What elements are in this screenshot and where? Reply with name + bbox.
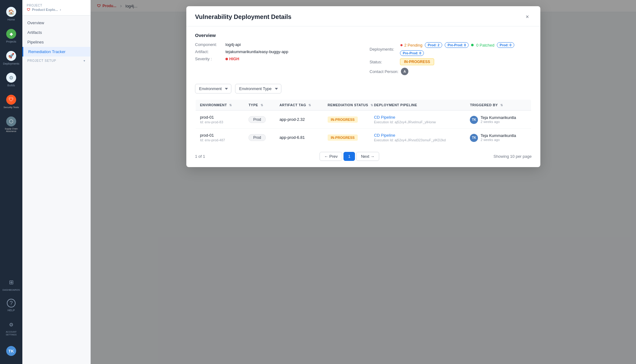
sidebar-item-pipelines[interactable]: Pipelines [22, 37, 90, 47]
severity-badge: HIGH [225, 57, 239, 61]
overview-section: Overview Component: log4j-api Artifact: … [195, 33, 532, 78]
pipeline-cell-0: CD Pipeline Execution Id: aj52xy4.JRvelm… [370, 111, 466, 129]
sidebar-item-grid[interactable]: ⊞ DASHBOARDS [1, 274, 21, 295]
artifact-tag-1: app-prod-6.81 [279, 135, 305, 140]
table-body: prod-01 Id: env-prod-83 Prod app-prod-2.… [195, 111, 531, 147]
home-icon: 🏠 [6, 7, 16, 17]
severity-row: Severity : HIGH [195, 57, 357, 61]
chevron-down-icon: ▾ [84, 59, 85, 62]
status-cell-0: IN-PROGRESS [323, 111, 370, 129]
deployments-info: ● 2 Pending Prod: 2 Pre-Prod: 0 0 Patche… [400, 42, 532, 56]
type-cell-0: Prod [244, 111, 275, 129]
grid-icon: ⊞ [6, 277, 16, 287]
artifact-value: tejakummarikuntla/easy-buggy-app [225, 49, 288, 54]
sidebar-item-help[interactable]: ? HELP [1, 296, 21, 315]
sidebar-item-account-settings[interactable]: ⚙ ACCOUNT SETTINGS [1, 316, 21, 339]
execution-id-0: Execution Id: aj52xy4.JRvelmuF_ylHonw [374, 120, 461, 124]
sort-type-icon[interactable]: ⇅ [261, 103, 263, 107]
modal-header: Vulnerability Deployment Details × [186, 6, 540, 26]
contact-row: Contact Person: A [370, 68, 532, 75]
type-cell-1: Prod [244, 129, 275, 147]
deployments-label: Deployments: [370, 47, 398, 52]
col-remediation-status: REMEDIATION STATUS ⇅ [323, 99, 370, 111]
trigger-time-1: 2 weeks ago [480, 138, 516, 142]
component-row: Component: log4j-api [195, 42, 357, 47]
account-avatar-button[interactable]: TK [1, 343, 21, 359]
sidebar-item-remediation[interactable]: Remediation Tracker [22, 47, 90, 57]
pipeline-cell-1: CD Pipeline Execution Id: aj52xy4.JRvsd3… [370, 129, 466, 147]
account-settings-label: ACCOUNT SETTINGS [3, 331, 19, 336]
sidebar-item-security[interactable]: 🛡 Security Tests [1, 92, 21, 112]
patched-label: 0 Patched [476, 43, 494, 48]
product-icon: 🛡 [27, 8, 30, 11]
table-row: prod-01 Id: env-prod-83 Prod app-prod-2.… [195, 111, 531, 129]
prev-button[interactable]: ← Prev [320, 152, 342, 161]
supply-chain-icon: ⬡ [6, 116, 16, 126]
secondary-sidebar: Project 🛡 Product Explo... › Overview Ar… [22, 0, 91, 364]
close-button[interactable]: × [523, 12, 532, 21]
status-row: Status: IN-PROGRESS [370, 58, 532, 65]
status-label: Status: [370, 60, 398, 64]
trigger-time-0: 2 weeks ago [480, 120, 516, 124]
severity-value: HIGH [229, 57, 239, 61]
col-triggered-by: TRIGGERED BY ⇅ [466, 99, 531, 111]
modal-overlay: Vulnerability Deployment Details × Overv… [91, 0, 636, 364]
home-label: Home [7, 18, 15, 21]
page-1-button[interactable]: 1 [343, 152, 355, 161]
row-status-badge-1: IN-PROGRESS [328, 134, 358, 141]
patched-dot [471, 44, 474, 46]
next-button[interactable]: Next → [356, 152, 379, 161]
sidebar-item-home[interactable]: 🏠 Home [1, 4, 21, 25]
builds-label: Builds [7, 84, 15, 87]
trigger-name-1: Teja Kummarikuntla [480, 133, 516, 138]
component-label: Component: [195, 42, 223, 47]
contact-label: Contact Person: [370, 69, 398, 74]
env-cell-0: prod-01 Id: env-prod-83 [195, 111, 244, 129]
environment-type-filter[interactable]: Environment Type [235, 84, 281, 93]
sort-environment-icon[interactable]: ⇅ [229, 103, 232, 107]
account-avatar: TK [6, 346, 16, 356]
sidebar-item-supply-chain[interactable]: ⬡ Supply Chain Assurance [1, 113, 21, 136]
project-setup-label: PROJECT SETUP [27, 59, 56, 62]
dashboards-label: DASHBOARDS [2, 289, 20, 292]
deployments-label: Deployments [3, 62, 20, 66]
pipeline-link-0[interactable]: CD Pipeline [374, 115, 461, 120]
deployments-icon: 🚀 [6, 51, 16, 61]
sort-triggered-icon[interactable]: ⇅ [500, 103, 503, 107]
supply-chain-label: Supply Chain Assurance [3, 128, 19, 133]
environment-filter[interactable]: Environment [195, 84, 231, 93]
project-name: 🛡 Product Explo... › [27, 8, 86, 11]
prod-0-tag: Prod: 0 [497, 42, 514, 48]
sidebar-item-overview[interactable]: Overview [22, 18, 90, 28]
sidebar-item-artifacts[interactable]: Artifacts [22, 28, 90, 37]
sort-artifact-icon[interactable]: ⇅ [308, 103, 311, 107]
pipeline-link-1[interactable]: CD Pipeline [374, 133, 461, 138]
preprod-0-tag: Pre-Prod: 0 [445, 42, 469, 48]
artifact-label: Artifact: [195, 49, 223, 54]
overview-left: Component: log4j-api Artifact: tejakumma… [195, 42, 357, 78]
overview-title: Overview [195, 33, 532, 38]
project-name-text: Product Explo... [32, 8, 58, 11]
trigger-info-0: Teja Kummarikuntla 2 weeks ago [480, 115, 516, 124]
triggered-cell-1: TK Teja Kummarikuntla 2 weeks ago [466, 129, 531, 147]
env-name-1: prod-01 [200, 133, 240, 138]
component-value: log4j-api [225, 42, 241, 47]
table-row: prod-01 Id: env-prod-487 Prod app-prod-6… [195, 129, 531, 147]
sidebar-item-projects[interactable]: ◆ Projects [1, 26, 21, 47]
sort-status-icon[interactable]: ⇅ [370, 103, 373, 107]
chevron-right-icon: › [60, 8, 61, 11]
sidebar-item-builds[interactable]: ⚙ Builds [1, 70, 21, 90]
per-page-label: Showing 10 per page [493, 154, 532, 159]
project-setup-section[interactable]: PROJECT SETUP ▾ [22, 57, 90, 65]
col-artifact-tag: ARTIFACT TAG ⇅ [275, 99, 323, 111]
type-badge-1: Prod [248, 134, 266, 141]
trigger-name-0: Teja Kummarikuntla [480, 115, 516, 120]
trigger-avatar-0: TK [470, 116, 478, 124]
security-label: Security Tests [3, 106, 19, 109]
trigger-avatar-1: TK [470, 134, 478, 142]
status-badge: IN-PROGRESS [400, 58, 434, 65]
help-label: HELP [7, 309, 15, 312]
vulnerability-modal: Vulnerability Deployment Details × Overv… [186, 6, 540, 167]
sidebar-item-deployments[interactable]: 🚀 Deployments [1, 48, 21, 69]
page-range: 1 of 1 [195, 154, 205, 159]
